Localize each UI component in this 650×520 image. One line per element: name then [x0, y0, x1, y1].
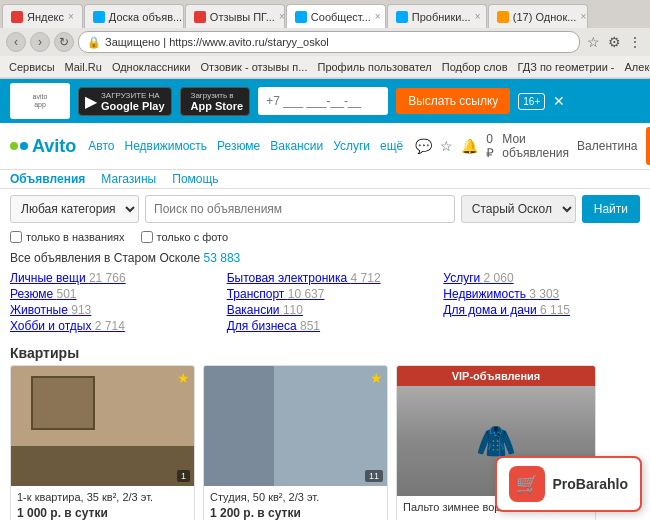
- tab-label: Отзывы ПГ...: [210, 11, 275, 23]
- my-ads-link[interactable]: Мои объявления: [502, 132, 569, 160]
- cat-link[interactable]: Недвижимость 3 303: [443, 287, 559, 301]
- bookmark-servisy[interactable]: Сервисы: [6, 61, 58, 73]
- tab-soobshchestvo[interactable]: Сообщест... ×: [286, 4, 386, 28]
- section-stores[interactable]: Магазины: [101, 172, 156, 186]
- cat-item-lichnye[interactable]: Личные вещи 21 766: [10, 271, 207, 285]
- tab-close[interactable]: ×: [68, 11, 74, 22]
- tab-otzyvy[interactable]: Отзывы ПГ... ×: [185, 4, 285, 28]
- logo-dot-green: [10, 142, 18, 150]
- section-ads[interactable]: Объявления: [10, 172, 85, 186]
- app-store-badge[interactable]: Загрузить в App Store: [180, 87, 251, 116]
- cat-item-bytovaya[interactable]: Бытовая электроника 4 712: [227, 271, 424, 285]
- cat-link[interactable]: Личные вещи 21 766: [10, 271, 126, 285]
- cat-item-rezyume[interactable]: Резюме 501: [10, 287, 207, 301]
- cat-item-zhivotnye[interactable]: Животные 913: [10, 303, 207, 317]
- cat-link[interactable]: Для дома и дачи 6 115: [443, 303, 570, 317]
- card-2[interactable]: ★ 11 Студия, 50 кв², 2/3 эт. 1 200 р. в …: [203, 365, 388, 520]
- app-store-small-label: Загрузить в: [191, 91, 244, 100]
- tab-yandex[interactable]: Яндекс ×: [2, 4, 83, 28]
- bookmark-star-icon[interactable]: ☆: [584, 33, 602, 51]
- nav-services[interactable]: Услуги: [333, 139, 370, 153]
- tab-favicon: [11, 11, 23, 23]
- cat-item-biznes[interactable]: Для бизнеса 851: [227, 319, 424, 333]
- post-ad-button[interactable]: Подать объявление: [646, 127, 650, 165]
- cat-link[interactable]: Вакансии 110: [227, 303, 303, 317]
- cat-link[interactable]: Животные 913: [10, 303, 91, 317]
- menu-icon[interactable]: ⋮: [626, 33, 644, 51]
- avito-header: Avito Авто Недвижимость Резюме Вакансии …: [0, 123, 650, 170]
- nav-realty[interactable]: Недвижимость: [125, 139, 208, 153]
- browser-actions: ☆ ⚙ ⋮: [584, 33, 644, 51]
- bookmark-profile[interactable]: Профиль пользовател: [314, 61, 434, 73]
- tab-favicon: [497, 11, 509, 23]
- search-button[interactable]: Найти: [582, 195, 640, 223]
- tab-close[interactable]: ×: [475, 11, 481, 22]
- google-play-small-label: ЗАГРУЗИТЕ НА: [101, 91, 165, 100]
- favorites-icon[interactable]: ☆: [440, 138, 453, 154]
- vip-label: VIP-объявления: [397, 366, 595, 386]
- phone-input[interactable]: [258, 87, 388, 115]
- bookmark-gdz[interactable]: ГДЗ по геометрии -: [515, 61, 618, 73]
- card-price-1: 1 000 р. в сутки: [17, 506, 188, 520]
- messages-icon[interactable]: 💬: [415, 138, 432, 154]
- filter-photo-label[interactable]: только с фото: [141, 231, 229, 243]
- nav-resume[interactable]: Резюме: [217, 139, 260, 153]
- extensions-icon[interactable]: ⚙: [605, 33, 623, 51]
- cat-count: 501: [57, 287, 77, 301]
- bookmark-otzovik[interactable]: Отзовик - отзывы п...: [197, 61, 310, 73]
- tab-label: Сообщест...: [311, 11, 371, 23]
- tab-odnoklassniki[interactable]: (17) Однок... ×: [488, 4, 588, 28]
- cat-item-hobbi[interactable]: Хобби и отдых 2 714: [10, 319, 207, 333]
- send-link-button[interactable]: Выслать ссылку: [396, 88, 510, 114]
- app-store-name: App Store: [191, 100, 244, 112]
- google-play-badge[interactable]: ▶ ЗАГРУЗИТЕ НА Google Play: [78, 87, 172, 116]
- all-ads-text: Все объявления в Старом Осколе: [10, 251, 200, 265]
- cat-link[interactable]: Резюме 501: [10, 287, 77, 301]
- card-1[interactable]: ★ 1 1-к квартира, 35 кв², 2/3 эт. 1 000 …: [10, 365, 195, 520]
- cat-item-vakansii[interactable]: Вакансии 110: [227, 303, 424, 317]
- tab-favicon: [295, 11, 307, 23]
- section-help[interactable]: Помощь: [172, 172, 218, 186]
- tab-doska[interactable]: Доска объяв... ×: [84, 4, 184, 28]
- probarahlo-popup[interactable]: 🛒 ProBarahlo: [495, 456, 642, 512]
- cat-link[interactable]: Услуги 2 060: [443, 271, 513, 285]
- nav-vacancies[interactable]: Вакансии: [270, 139, 323, 153]
- cat-count: 10 637: [288, 287, 325, 301]
- tab-close[interactable]: ×: [375, 11, 381, 22]
- cat-count: 913: [71, 303, 91, 317]
- category-select[interactable]: Любая категория: [10, 195, 139, 223]
- cat-link[interactable]: Транспорт 10 637: [227, 287, 325, 301]
- nav-more[interactable]: ещё: [380, 139, 403, 153]
- bookmarks-bar: Сервисы Mail.Ru Одноклассники Отзовик - …: [0, 56, 650, 78]
- bookmark-alexey[interactable]: Алексей Лисенков: [622, 61, 650, 73]
- bookmark-mailru[interactable]: Mail.Ru: [62, 61, 105, 73]
- cat-link[interactable]: Для бизнеса 851: [227, 319, 320, 333]
- tab-close[interactable]: ×: [279, 11, 285, 22]
- user-name[interactable]: Валентина: [577, 139, 637, 153]
- cat-item-transport[interactable]: Транспорт 10 637: [227, 287, 424, 301]
- tab-close[interactable]: ×: [580, 11, 586, 22]
- back-button[interactable]: ‹: [6, 32, 26, 52]
- address-bar[interactable]: 🔒 Защищено | https://www.avito.ru/staryy…: [78, 31, 580, 53]
- nav-auto[interactable]: Авто: [88, 139, 114, 153]
- bookmark-ok[interactable]: Одноклассники: [109, 61, 194, 73]
- filter-names-label[interactable]: только в названиях: [10, 231, 125, 243]
- cat-link[interactable]: Бытовая электроника 4 712: [227, 271, 381, 285]
- cat-link[interactable]: Хобби и отдых 2 714: [10, 319, 125, 333]
- bookmark-podborwords[interactable]: Подбор слов: [439, 61, 511, 73]
- forward-button[interactable]: ›: [30, 32, 50, 52]
- avito-logo[interactable]: Avito: [10, 136, 76, 157]
- filter-names-checkbox[interactable]: [10, 231, 22, 243]
- tab-label: Доска объяв...: [109, 11, 182, 23]
- filter-photo-checkbox[interactable]: [141, 231, 153, 243]
- cat-item-uslugi[interactable]: Услуги 2 060: [443, 271, 640, 285]
- cat-item-nedv[interactable]: Недвижимость 3 303: [443, 287, 640, 301]
- notifications-icon[interactable]: 🔔: [461, 138, 478, 154]
- tab-probniki[interactable]: Пробники... ×: [387, 4, 487, 28]
- reload-button[interactable]: ↻: [54, 32, 74, 52]
- location-select[interactable]: Старый Оскол: [461, 195, 576, 223]
- banner-close-icon[interactable]: ✕: [553, 93, 565, 109]
- cat-item-dom[interactable]: Для дома и дачи 6 115: [443, 303, 640, 317]
- balance-text[interactable]: 0 ₽: [486, 132, 494, 160]
- search-input[interactable]: [145, 195, 455, 223]
